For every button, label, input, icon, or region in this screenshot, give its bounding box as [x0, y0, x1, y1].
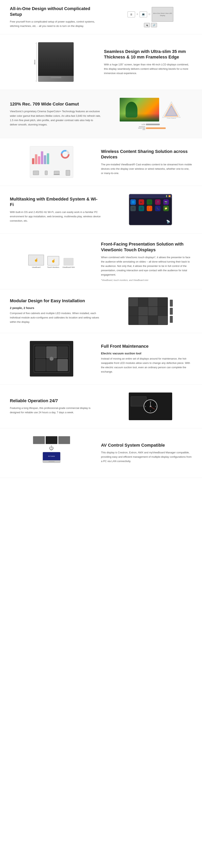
chart-area: [32, 148, 52, 164]
laptop-screen-mini: [54, 171, 60, 175]
module-cell-6: [138, 307, 148, 315]
clock-6: 6: [150, 410, 151, 412]
arrow-down: ↓: [35, 80, 36, 82]
body-wireless: The pre-installed ViewBoard® Cast enable…: [101, 162, 192, 176]
phone-device-icon: [45, 171, 47, 175]
section-av-control: AV Control System Compatible This displa…: [0, 428, 202, 478]
color-gamut-visuals: Color Gamut LCD ViewSonic Direct View LE…: [120, 98, 181, 130]
network-icon: 🔗: [151, 23, 157, 27]
gallery-icon: 🖼: [139, 206, 144, 211]
body-reliable: Featuring a long lifespan, this professi…: [10, 406, 101, 415]
bar-2: [35, 154, 37, 164]
power-button-area: ⏻: [49, 445, 54, 451]
title-all-in-one: All-in-One Design without Complicated Se…: [10, 6, 101, 17]
bar-5: [44, 155, 46, 164]
cab-mod-3: [58, 346, 68, 358]
module-cell-12: [158, 316, 167, 324]
maintenance-visual: [30, 341, 73, 376]
viewboard-mini-label: ViewBoard Mini: [62, 266, 75, 268]
section-text-color: 120% Rec. 709 Wide Color Gamut ViewSonic…: [6, 101, 105, 127]
tablet-topbar: 🔋 📶: [129, 194, 172, 198]
cab-mod-5: [46, 359, 57, 371]
cab-mod-2: [46, 346, 57, 358]
laptop-control-visual: AV Control: [43, 452, 60, 463]
subtitle-modular: 2 people, 2 hours: [10, 306, 101, 310]
section-front-facing: Front-Facing Presentation Solution with …: [0, 234, 202, 289]
section-seamless: 35mm ↑ ↓ Seamless Design with Ultra-slim…: [0, 34, 202, 90]
embedded-system-visual: 🔋 📶 🌐 ▶ ✉ 🎵 📷 ⚙ 🖼 📍 📞 📁 📡: [129, 194, 172, 225]
circle-accent: [49, 357, 54, 361]
section-wireless: Wireless Content Sharing Solution across…: [0, 138, 202, 186]
section-text-seamless: Seamless Design with Ultra-slim 35 mm Th…: [100, 49, 196, 75]
tablet-device-icon-2: [66, 170, 70, 176]
bar-viewsonic: ViewSonic Direct View LED: [135, 126, 166, 130]
section-multitasking: Multitasking with Embedded System & Wi-F…: [0, 186, 202, 234]
gamut-triangle-svg: Color Gamut: [162, 101, 181, 119]
lcd-bar: [146, 124, 160, 125]
title-seamless: Seamless Design with Ultra-slim 35 mm Th…: [104, 49, 192, 60]
files-icon: 📁: [163, 206, 169, 211]
image-color: Color Gamut LCD ViewSonic Direct View LE…: [105, 98, 196, 130]
power-icon: ⏻: [49, 445, 54, 451]
laptop-keyboard: [43, 460, 60, 463]
image-seamless: 35mm ↑ ↓: [6, 42, 100, 82]
image-multitasking: 🔋 📶 🌐 ▶ ✉ 🎵 📷 ⚙ 🖼 📍 📞 📁 📡: [105, 194, 196, 225]
svg-text:Color Gamut: Color Gamut: [167, 118, 176, 119]
title-front-facing: Front-Facing Presentation Solution with …: [101, 241, 192, 253]
av-screen-label: AV Control: [48, 456, 55, 457]
laptop-control-screen: AV Control: [43, 452, 60, 460]
image-reliable: 24 12 3 6 9: [105, 393, 196, 420]
title-color: 120% Rec. 709 Wide Color Gamut: [10, 101, 101, 107]
modular-visuals: [128, 297, 173, 325]
bar-1: [32, 158, 34, 164]
phone-app-icon: 📞: [155, 206, 161, 211]
body-modular: Composed of five cabinets and multiple L…: [10, 311, 101, 324]
clock-hand-hour: [150, 402, 151, 407]
cab-mod-6: [58, 359, 68, 371]
module-cell-5: [129, 307, 138, 315]
battery-icon: 🔋: [165, 195, 168, 197]
section-text-modular: Modular Design for Easy Installation 2 p…: [6, 298, 105, 324]
globe-icon: 🌐: [130, 199, 136, 205]
cab-mod-1: [35, 346, 45, 358]
music-icon: 🎵: [155, 199, 161, 205]
touch-monitors-label: Touch Monitors: [47, 266, 59, 268]
bar-6: [47, 153, 49, 164]
av-screen-1: [33, 436, 45, 444]
body-seamless: With a huge 135" screen, larger than nin…: [104, 62, 192, 75]
board-touch-icon: ☝: [34, 258, 38, 262]
camera-icon: 📷: [163, 199, 169, 205]
key-3: [51, 461, 52, 462]
color-comparison: Color Gamut: [120, 98, 181, 122]
section-text-wireless: Wireless Content Sharing Solution across…: [97, 149, 196, 176]
maps-icon: 📍: [147, 206, 152, 211]
laptop-icon: 💻: [140, 11, 147, 18]
accessories-row: 🔌 🔗: [144, 23, 157, 27]
plug-icon: 🔌: [144, 23, 150, 27]
key-5: [54, 461, 54, 462]
module-cell-9: [129, 316, 138, 324]
arrow-up: ↑: [35, 42, 36, 44]
dimension-label: 35mm: [34, 42, 36, 82]
av-display-row: [33, 436, 70, 444]
viewboard-mini-device: ViewBoard Mini: [62, 258, 75, 268]
key-4: [52, 461, 53, 462]
image-av: ⏻ AV Control: [6, 436, 97, 470]
slim-display-diagram: 35mm ↑ ↓: [38, 42, 74, 82]
module-cell-8: [158, 307, 167, 315]
module-cell-7: [148, 307, 158, 315]
clock-hand-minute: [150, 407, 155, 409]
viewboard-board: ☝: [28, 255, 44, 266]
bar-4: [41, 151, 43, 164]
module-grid-visual: [128, 297, 168, 325]
title-maintenance: Full Front Maintenance: [101, 343, 192, 349]
app-icon-grid: 🌐 ▶ ✉ 🎵 📷 ⚙ 🖼 📍 📞 📁: [129, 198, 172, 212]
av-screen-2: [45, 436, 58, 444]
signal-icon: 📶: [168, 195, 171, 197]
section-reliable: Reliable Operation 24/7 Featuring a long…: [0, 384, 202, 428]
bar-chart-visual: [32, 148, 52, 164]
presentation-devices: ☝ ViewBoard ☝ Touch Monitors ViewBoard M…: [28, 255, 75, 268]
clock-9: 9: [145, 406, 146, 407]
image-maintenance: [6, 341, 97, 376]
viewsonic-label: ViewSonic Direct View LED: [135, 126, 145, 130]
